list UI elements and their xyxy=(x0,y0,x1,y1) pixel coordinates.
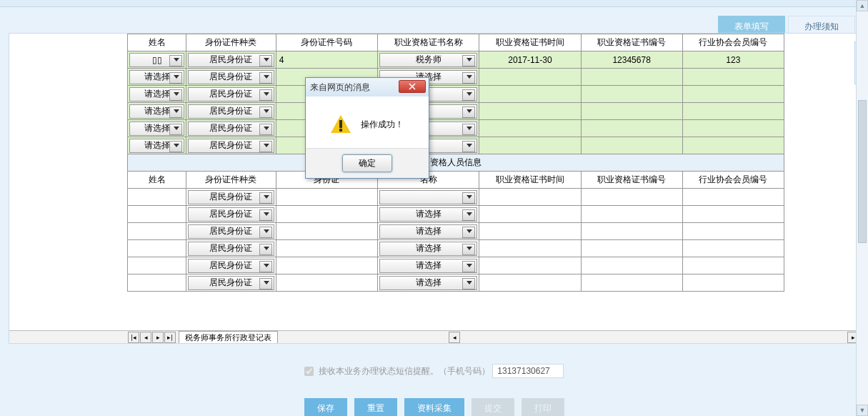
table-row: 居民身份证 xyxy=(128,189,784,206)
sheet-nav-first[interactable]: |◂ xyxy=(128,332,139,343)
col-idtype: 身份证件种类 xyxy=(186,172,276,189)
table-row: 请选择 居民身份证 请选择 xyxy=(128,69,784,86)
idtype-select[interactable]: 居民身份证 xyxy=(188,122,274,136)
col-name: 姓名 xyxy=(128,34,186,51)
submit-button: 提交 xyxy=(472,398,514,416)
col-certname: 职业资格证书名称 xyxy=(378,34,479,51)
certname-select[interactable]: 税务师 xyxy=(379,53,477,67)
memberno-cell[interactable]: 123 xyxy=(682,51,784,69)
col-idnum: 身份证件号码 xyxy=(276,34,377,51)
name-select[interactable]: 请选择 xyxy=(129,104,184,119)
hscroll-left[interactable]: ◂ xyxy=(449,332,460,343)
idtype-select[interactable]: 居民身份证 xyxy=(188,53,274,67)
idtype-select[interactable]: 居民身份证 xyxy=(188,87,274,101)
idtype-select[interactable]: 居民身份证 xyxy=(188,242,274,256)
col-certtime: 职业资格证书时间 xyxy=(479,34,581,51)
name-select[interactable]: ▯▯ xyxy=(129,53,184,67)
idtype-select[interactable]: 居民身份证 xyxy=(188,259,274,273)
name-select[interactable]: 请选择 xyxy=(129,70,184,84)
sheet-nav-next[interactable]: ▸ xyxy=(152,332,164,343)
idnum-cell[interactable]: 4 xyxy=(276,51,377,69)
section-title: 资格人员信息 xyxy=(128,154,784,172)
idtype-select[interactable]: 居民身份证 xyxy=(188,139,274,153)
idtype-select[interactable]: 居民身份证 xyxy=(188,276,274,290)
table-row: ▯▯ 居民身份证 4 税务师 2017-11-30 12345678 123 xyxy=(128,51,784,69)
table-header-row: 姓名 身份证件种类 身份证 名称 职业资格证书时间 职业资格证书编号 行业协会会… xyxy=(128,172,784,189)
certname-select[interactable]: 请选择 xyxy=(379,259,477,273)
table-viewport: 姓名 身份证件种类 身份证件号码 职业资格证书名称 职业资格证书时间 职业资格证… xyxy=(9,34,859,332)
table-row: 居民身份证 请选择 xyxy=(128,206,784,223)
table-row: 请选择 居民身份证 xyxy=(128,86,784,103)
col-idtype: 身份证件种类 xyxy=(186,34,276,51)
vertical-scrollbar[interactable]: ▲ ▼ xyxy=(856,0,868,416)
col-certtime: 职业资格证书时间 xyxy=(479,172,581,189)
action-button-row: 保存 重置 资料采集 提交 打印 xyxy=(9,398,859,416)
certname-select[interactable]: 请选择 xyxy=(379,242,477,256)
dialog-body: 操作成功！ xyxy=(306,96,429,148)
scroll-up-icon[interactable]: ▲ xyxy=(857,0,868,11)
name-select[interactable]: 请选择 xyxy=(129,87,184,101)
phone-input[interactable] xyxy=(492,364,564,378)
dialog-message: 操作成功！ xyxy=(361,119,404,131)
reset-button[interactable]: 重置 xyxy=(354,398,397,416)
sms-row: 接收本业务办理状态短信提醒。（手机号码） xyxy=(9,364,859,378)
table-row: 请选择 居民身份证 xyxy=(128,137,784,154)
sheet-nav-bar: |◂ ◂ ▸ ▸| 税务师事务所行政登记表 ◂ ▸ xyxy=(9,330,859,343)
message-dialog: 来自网页的消息 操作成功！ 确定 xyxy=(305,77,429,179)
personnel-table: 姓名 身份证件种类 身份证件号码 职业资格证书名称 职业资格证书时间 职业资格证… xyxy=(127,34,784,292)
print-button: 打印 xyxy=(522,398,564,416)
dialog-titlebar[interactable]: 来自网页的消息 xyxy=(306,78,429,96)
certname-select[interactable]: 请选择 xyxy=(379,207,477,222)
sheet-tab-label[interactable]: 税务师事务所行政登记表 xyxy=(179,331,278,344)
warning-icon xyxy=(331,115,351,134)
name-select[interactable]: 请选择 xyxy=(129,139,184,153)
col-memberno: 行业协会会员编号 xyxy=(682,172,784,189)
table-row: 请选择 居民身份证 xyxy=(128,120,784,137)
idtype-select[interactable]: 居民身份证 xyxy=(188,70,274,84)
table-header-row: 姓名 身份证件种类 身份证件号码 职业资格证书名称 职业资格证书时间 职业资格证… xyxy=(128,34,784,51)
scroll-thumb[interactable] xyxy=(858,100,867,243)
section-header-row: 资格人员信息 xyxy=(128,154,784,172)
table-row: 居民身份证 请选择 xyxy=(128,223,784,240)
idtype-select[interactable]: 居民身份证 xyxy=(188,224,274,239)
sms-checkbox[interactable] xyxy=(304,367,314,376)
collect-button[interactable]: 资料采集 xyxy=(404,398,464,416)
dialog-title-text: 来自网页的消息 xyxy=(310,81,370,94)
close-icon[interactable] xyxy=(399,80,426,93)
table-row: 居民身份证 请选择 xyxy=(128,257,784,274)
ok-button[interactable]: 确定 xyxy=(342,154,392,172)
table-row: 居民身份证 请选择 xyxy=(128,274,784,292)
content-area: 表单填写 办理须知 姓名 身份证件种类 身份证件号码 职业资格证书名称 职业资格… xyxy=(0,7,868,416)
col-memberno: 行业协会会员编号 xyxy=(682,34,784,51)
form-panel: 姓名 身份证件种类 身份证件号码 职业资格证书名称 职业资格证书时间 职业资格证… xyxy=(9,33,859,344)
table-row: 居民身份证 请选择 xyxy=(128,240,784,257)
col-certno: 职业资格证书编号 xyxy=(581,34,682,51)
sheet-nav-prev[interactable]: ◂ xyxy=(140,332,151,343)
certtime-cell[interactable]: 2017-11-30 xyxy=(479,51,581,69)
sheet-nav-last[interactable]: ▸| xyxy=(164,332,176,343)
col-name: 姓名 xyxy=(128,172,186,189)
certname-select[interactable]: 请选择 xyxy=(379,276,477,290)
certname-select[interactable]: 请选择 xyxy=(379,224,477,239)
certno-cell[interactable]: 12345678 xyxy=(581,51,682,69)
table-row: 请选择 居民身份证 xyxy=(128,103,784,120)
idtype-select[interactable]: 居民身份证 xyxy=(188,190,274,204)
scroll-down-icon[interactable]: ▼ xyxy=(857,405,868,416)
certname-select[interactable] xyxy=(379,190,477,204)
name-select[interactable]: 请选择 xyxy=(129,122,184,136)
top-tab-strip xyxy=(0,0,868,7)
idtype-select[interactable]: 居民身份证 xyxy=(188,104,274,119)
save-button[interactable]: 保存 xyxy=(304,398,347,416)
dialog-footer: 确定 xyxy=(306,148,429,178)
col-certno: 职业资格证书编号 xyxy=(581,172,682,189)
sms-label: 接收本业务办理状态短信提醒。（手机号码） xyxy=(319,366,490,376)
idtype-select[interactable]: 居民身份证 xyxy=(188,207,274,222)
